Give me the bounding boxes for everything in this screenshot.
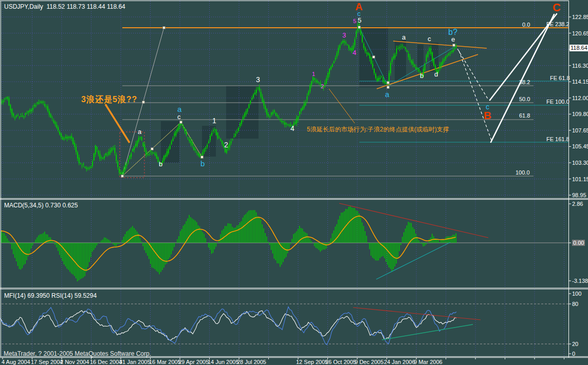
- wave-label: b: [159, 161, 162, 167]
- wave-label: 2: [224, 141, 228, 148]
- date-label: 26 Oct 2005: [325, 359, 356, 365]
- price-label: 122.85: [572, 14, 588, 20]
- mfi-axis-label: 20: [572, 341, 578, 347]
- macd-axis-label: 2.86: [572, 201, 583, 207]
- fib-expansion-label: FE 61.8: [550, 75, 570, 81]
- copyright-text: MetaTrader, ? 2001-2005 MetaQuotes Softw…: [4, 350, 151, 357]
- symbol-title: USDJPY,Daily: [4, 3, 43, 10]
- wave-label: b?: [448, 28, 457, 36]
- wave-label: a: [402, 34, 406, 41]
- mfi-axis-label: 100: [572, 291, 581, 297]
- price-label: 105.45: [572, 143, 588, 149]
- date-label: 2 Nov 2004: [60, 359, 89, 365]
- wave-label: b: [420, 72, 424, 79]
- wave-label: 4: [290, 125, 295, 132]
- price-label: 116.30: [572, 63, 588, 69]
- wave-label: a: [138, 128, 141, 135]
- price-label: 107.65: [572, 127, 588, 133]
- wave-label: e: [451, 36, 455, 43]
- price-label: 114.15: [572, 79, 588, 85]
- date-label: 4 Aug 2004: [2, 359, 30, 365]
- date-label: 16 Mar 2005: [149, 359, 181, 365]
- fib-expansion-label: FE 238.2: [546, 21, 569, 27]
- wave-label: 1: [212, 117, 216, 124]
- wave-label: b: [200, 160, 205, 167]
- date-label: 9 Mar 2006: [414, 359, 443, 365]
- date-label: 24 Jan 2006: [384, 359, 415, 365]
- wave-label: d: [434, 71, 438, 78]
- wave-label: 2: [321, 84, 324, 89]
- fib-retracement-label: 100.0: [516, 169, 530, 176]
- price-label: 109.80: [572, 111, 588, 117]
- wave-behavior-annotation: 5浪延长后的市场行为:子浪2的终点提供(或临时)支撑: [307, 125, 449, 134]
- price-label: 98.95: [572, 192, 586, 198]
- wave-label: 1: [312, 71, 315, 77]
- wave-question-annotation: 3浪还是5浪??: [81, 94, 137, 105]
- wave-label: C: [553, 2, 561, 13]
- price-label: 112.00: [572, 95, 588, 101]
- wave-label: B: [484, 110, 491, 121]
- symbol-ohlc-title: USDJPY,Daily 118.52 118.73 118.44 118.64: [4, 3, 125, 10]
- macd-axis-label: -3.138: [572, 278, 588, 284]
- fib-expansion-label: FE 100.0: [546, 99, 569, 105]
- date-label: 29 Apr 2005: [178, 359, 209, 365]
- date-label: 16 Dec 2004: [90, 359, 122, 365]
- wave-label: 3: [256, 76, 260, 83]
- wave-label: 4: [353, 49, 356, 56]
- fib-expansion-label: FE 161.8: [546, 136, 569, 142]
- wave-label: 5: [353, 18, 356, 24]
- mfi-axis-label: 0: [572, 351, 575, 357]
- date-label: 9 Dec 2005: [355, 359, 383, 365]
- ohlc-values: 118.52 118.73 118.44 118.64: [46, 3, 125, 10]
- fib-retracement-label: 0.0: [522, 22, 530, 28]
- price-label: 103.30: [572, 160, 588, 166]
- macd-indicator-label: MACD(5,34,5) 0.730 0.625: [4, 202, 78, 209]
- wave-label: c: [177, 113, 181, 120]
- mfi-axis-label: 80: [572, 301, 578, 307]
- date-label: 17 Sep 2004: [31, 359, 63, 365]
- metatrader-chart-window: USDJPY,Daily 118.52 118.73 118.44 118.64…: [0, 0, 588, 365]
- date-label: 28 Jul 2005: [237, 359, 266, 365]
- fib-retracement-label: 38.2: [519, 79, 530, 85]
- wave-label: c: [428, 35, 431, 42]
- wave-label: 5: [358, 17, 361, 24]
- chart-canvas[interactable]: [0, 0, 588, 365]
- fib-retracement-label: 61.8: [519, 112, 530, 119]
- wave-label: 3: [342, 32, 346, 39]
- date-label: 31 Jan 2005: [119, 359, 151, 365]
- macd-axis-label: 0.00: [572, 240, 585, 246]
- current-price-box: 118.64: [569, 45, 588, 51]
- wave-label: a: [385, 90, 389, 98]
- fib-retracement-label: 50.0: [519, 96, 530, 102]
- date-label: 12 Sep 2005: [296, 359, 328, 365]
- wave-label: a: [177, 105, 181, 113]
- mfi-rsi-indicator-label: MFI(14) 69.3950 RSI(14) 59.5294: [4, 292, 97, 299]
- price-label: 120.65: [572, 30, 588, 36]
- date-label: 14 Jun 2005: [208, 359, 239, 365]
- price-label: 101.15: [572, 176, 588, 182]
